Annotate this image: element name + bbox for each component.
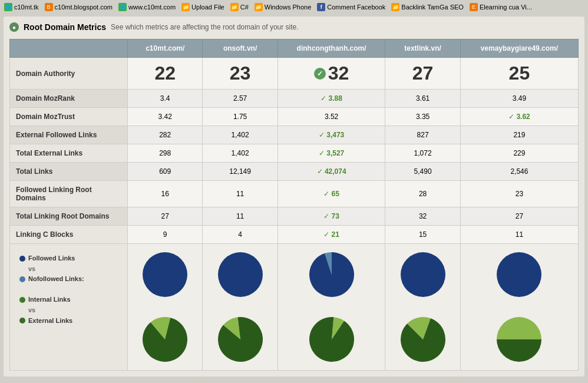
bookmark-c10mt-www[interactable]: 🌐 www.c10mt.com — [117, 2, 177, 12]
check-icon: ✓ — [317, 167, 325, 176]
favicon-upload: 📁 — [181, 3, 190, 11]
cell-7-2: ✓ 73 — [278, 207, 385, 226]
cell-6-2: ✓ 65 — [278, 181, 385, 207]
header-col-2: onsoft.vn/ — [203, 39, 278, 58]
cell-1-2: ✓ 3.88 — [278, 90, 385, 108]
bookmark-backlink[interactable]: 📁 Backlink TamGa SEO — [389, 2, 465, 12]
row-label-4: Total External Links — [10, 144, 128, 163]
green-pie-chart — [399, 316, 447, 363]
bookmark-label: c10mt.tk — [14, 4, 39, 11]
bookmark-c10mt-tk[interactable]: 🌐 c10mt.tk — [2, 2, 41, 12]
legend-nofollowed-label: Nofollowed Links: — [28, 274, 84, 285]
check-icon: ✓ — [323, 190, 331, 198]
row-label-1: Domain MozRank — [10, 90, 128, 108]
cell-0-0: 22 — [128, 58, 203, 90]
cell-4-3: 1,072 — [385, 144, 460, 163]
cell-8-2: ✓ 21 — [278, 226, 385, 244]
green-pie-chart — [308, 316, 355, 363]
check-icon: ✓ — [321, 94, 328, 103]
favicon-winphone: 📁 — [255, 3, 263, 11]
bookmark-csharp[interactable]: 📁 C# — [229, 2, 250, 12]
panel-header: ● Root Domain Metrics See which metrics … — [9, 22, 579, 32]
legend-vs1: vs — [19, 264, 118, 275]
dot-external — [19, 318, 25, 323]
blue-pie-chart — [217, 251, 264, 298]
chart-cell-0 — [128, 244, 203, 371]
green-pie-chart — [141, 316, 189, 363]
bookmark-elearning[interactable]: E Elearning cua Vi... — [468, 2, 534, 12]
cell-5-4: 2,546 — [460, 163, 578, 181]
svg-point-1 — [218, 252, 263, 297]
chart-legend: Followed Links vs Nofollowed Links: Inte… — [16, 250, 121, 329]
bookmark-windows-phone[interactable]: 📁 Windows Phone — [253, 2, 313, 12]
favicon-c10mt-tk: 🌐 — [4, 3, 12, 11]
cell-7-3: 32 — [385, 207, 460, 226]
pie-wrapper-1 — [207, 251, 272, 363]
bookmark-label: Backlink TamGa SEO — [401, 4, 464, 11]
cell-4-1: 1,402 — [203, 144, 278, 163]
cell-3-0: 282 — [128, 126, 203, 144]
blue-pie-chart — [495, 251, 543, 298]
bookmark-upload[interactable]: 📁 Upload File — [180, 2, 226, 12]
cell-2-3: 3.35 — [385, 108, 460, 126]
panel-icon: ● — [9, 22, 19, 32]
cell-3-3: 827 — [385, 126, 460, 144]
bookmark-comment-facebook[interactable]: f Comment Facebook — [315, 2, 387, 12]
vs-label-1: vs — [28, 264, 35, 275]
favicon-blogspot: B — [45, 3, 53, 11]
row-label-7: Total Linking Root Domains — [10, 207, 128, 226]
pie-wrapper-3 — [390, 251, 455, 363]
svg-point-3 — [497, 252, 541, 297]
cell-0-1: 23 — [203, 58, 278, 90]
legend-followed-label: Followed Links — [28, 253, 75, 264]
cell-1-1: 2.57 — [203, 90, 278, 108]
cell-5-2: ✓ 42,074 — [278, 163, 385, 181]
bookmark-label: Windows Phone — [265, 4, 312, 11]
check-icon: ✓ — [323, 212, 331, 220]
favicon-fb: f — [317, 3, 325, 11]
check-icon: ✓ — [319, 149, 326, 157]
blue-pie-chart — [399, 251, 447, 298]
bookmarks-bar: 🌐 c10mt.tk B c10mt.blogspot.com 🌐 www.c1… — [0, 0, 588, 14]
legend-vs2: vs — [19, 305, 118, 316]
favicon-backlink: 📁 — [391, 3, 399, 11]
blue-pie-chart — [308, 251, 355, 298]
cell-8-3: 15 — [385, 226, 460, 244]
cell-1-3: 3.61 — [385, 90, 460, 108]
header-col-1: c10mt.com/ — [128, 39, 203, 58]
pie-wrapper-4 — [465, 251, 573, 363]
chart-cell-3 — [385, 244, 460, 371]
dot-blue-light — [19, 276, 25, 282]
cell-5-0: 609 — [128, 163, 203, 181]
blue-pie-chart — [141, 251, 189, 298]
legend-internal: Internal Links — [19, 295, 118, 305]
green-pie-chart — [217, 316, 264, 363]
legend-internal-label: Internal Links — [28, 295, 71, 305]
cell-3-4: 219 — [460, 126, 578, 144]
row-label-5: Total Links — [10, 163, 128, 181]
cell-2-0: 3.42 — [128, 108, 203, 126]
cell-0-2: ✓32 — [278, 58, 385, 90]
dot-green-dark — [19, 297, 25, 303]
legend-followed: Followed Links — [19, 253, 118, 264]
winner-icon: ✓ — [314, 68, 326, 80]
check-icon: ✓ — [319, 131, 326, 139]
legend-external: External Links — [19, 316, 118, 326]
chart-cell-2 — [278, 244, 385, 371]
row-label-2: Domain MozTrust — [10, 108, 128, 126]
bookmark-label: Elearning cua Vi... — [480, 4, 532, 11]
bookmark-blogspot[interactable]: B c10mt.blogspot.com — [43, 2, 114, 12]
header-col-4: textlink.vn/ — [385, 39, 460, 58]
cell-8-1: 4 — [203, 226, 278, 244]
cell-0-3: 27 — [385, 58, 460, 90]
cell-7-0: 27 — [128, 207, 203, 226]
cell-1-4: 3.49 — [460, 90, 578, 108]
check-icon: ✓ — [323, 230, 331, 239]
check-icon: ✓ — [508, 113, 516, 121]
cell-4-2: ✓ 3,527 — [278, 144, 385, 163]
cell-0-4: 25 — [460, 58, 578, 90]
bookmark-label: Upload File — [191, 4, 224, 11]
cell-3-2: ✓ 3,473 — [278, 126, 385, 144]
chart-cell-4 — [460, 244, 578, 371]
chart-legend-cell: Followed Links vs Nofollowed Links: Inte… — [10, 244, 128, 371]
